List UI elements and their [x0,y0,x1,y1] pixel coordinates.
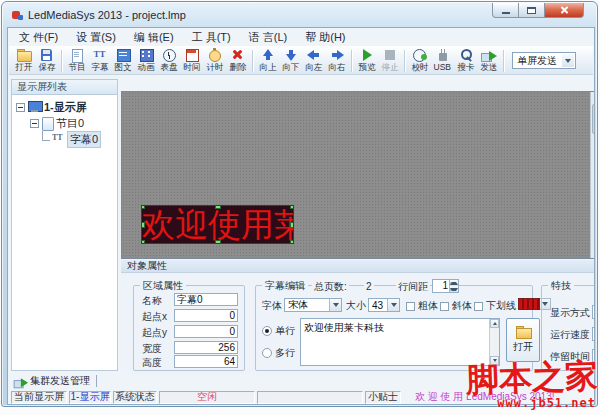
tree-item-program[interactable]: 节目0 [12,115,117,131]
tree-item-screen[interactable]: 1-显示屏 [12,99,117,115]
effects-group: 特技 显示方式 向左 运行速度 1(最 停留时间 [541,285,595,371]
toolbar-time-button[interactable]: 时间 [180,47,203,74]
menu-edit[interactable]: 编 辑(E) [125,30,183,45]
toolbar-animation-button[interactable]: 动画 [134,47,157,74]
led-display-box[interactable]: 欢迎使用莱卡科技 [141,205,294,244]
region-group-title: 区域属性 [140,280,186,291]
tt-subtitle-icon [52,134,65,144]
collapse-icon[interactable] [16,103,25,112]
toolbar-search-card-button[interactable]: 搜卡 [454,47,477,74]
resize-handle[interactable] [290,205,294,209]
toolbar-separator [351,50,352,72]
menu-tools[interactable]: 工 具(T) [183,30,240,45]
height-input[interactable] [174,355,238,368]
menu-file[interactable]: 文 件(F) [10,30,67,45]
page-icon [42,117,53,129]
single-line-label: 单行 [275,324,295,338]
underline-label: 下划线 [486,299,516,313]
usb-plug-icon [435,48,451,62]
subtitle-text-area[interactable]: 欢迎使用莱卡科技 [300,318,500,366]
play-icon [359,48,375,62]
run-speed-select[interactable]: 1(最 [592,327,595,341]
subtitle-text-value: 欢迎使用莱卡科技 [304,322,384,333]
underline-checkbox[interactable]: 下划线 [474,299,516,313]
canvas-vertical-scrollbar[interactable] [590,92,595,258]
screen-canvas[interactable]: 欢迎使用莱卡科技 [121,91,595,259]
width-label: 宽度 [142,342,162,355]
effects-group-title: 特技 [548,280,574,291]
toolbar-move-up-button[interactable]: 向上 [256,47,279,74]
toolbar-graphic-button[interactable]: 图文 [111,47,134,74]
menu-help[interactable]: 帮 助(H) [296,30,354,45]
cluster-send-tab[interactable]: 集群发送管理 [11,373,118,389]
send-mode-dropdown[interactable]: 单屏发送 [512,52,576,69]
tips-cell: 小贴士 [365,391,401,404]
subtitle-group-title: 字幕编辑 [262,280,308,291]
stay-time-input[interactable] [592,349,595,362]
scroll-up-icon[interactable] [490,319,499,328]
start-x-input[interactable] [174,309,238,322]
multi-line-radio[interactable]: 多行 [262,346,295,360]
textarea-scrollbar[interactable] [489,319,499,365]
checkbox-icon [406,302,415,311]
line-spacing-label: 行间距 [396,280,430,293]
spinner-down-button[interactable] [449,286,458,292]
radio-icon [262,348,272,358]
tree-item-subtitle[interactable]: 字幕0 [12,131,117,147]
display-tree: 1-显示屏 节目0 字幕0 [11,94,118,371]
width-input[interactable] [174,341,238,354]
collapse-icon[interactable] [30,119,39,128]
italic-checkbox[interactable]: 斜体 [440,299,472,313]
menu-language[interactable]: 语 言(L) [240,30,297,45]
name-label: 名称 [142,294,162,307]
display-mode-select[interactable]: 向左 [592,305,595,319]
save-floppy-icon [39,48,55,62]
resize-handle[interactable] [141,222,145,228]
single-line-radio[interactable]: 单行 [262,324,295,338]
open-file-label: 打开 [513,340,533,354]
menu-settings[interactable]: 设 置(S) [67,30,125,45]
toolbar-usb-button[interactable]: USB [431,47,454,74]
scroll-down-icon[interactable] [490,356,499,365]
toolbar-timer-button[interactable]: 计时 [203,47,226,74]
close-button[interactable] [544,3,584,18]
toolbar-move-left-button[interactable]: 向左 [302,47,325,74]
region-name-input[interactable] [174,293,238,306]
toolbar-save-button[interactable]: 保存 [35,47,58,74]
toolbar-delete-button[interactable]: 删除 [226,47,249,74]
minimize-button[interactable] [492,3,519,18]
toolbar-open-button[interactable]: 打开 [12,47,35,74]
color-swatch [518,298,540,310]
toolbar-preview-button[interactable]: 预览 [355,47,378,74]
chevron-down-icon [387,299,399,311]
resize-handle[interactable] [215,205,221,209]
chevron-down-icon [329,299,341,311]
font-select[interactable]: 宋体 [284,298,342,312]
toolbar-subtitle-button[interactable]: 字幕 [88,47,111,74]
toolbar-move-right-button[interactable]: 向右 [325,47,348,74]
maximize-button[interactable] [518,3,545,18]
resize-handle[interactable] [290,222,294,228]
program-page-icon [69,48,85,62]
toolbar-program-button[interactable]: 节目 [65,47,88,74]
toolbar-calibrate-time-button[interactable]: 校时 [408,47,431,74]
toolbar-dial-button[interactable]: 表盘 [157,47,180,74]
run-speed-label: 运行速度 [550,328,590,341]
start-y-input[interactable] [174,325,238,338]
size-select[interactable]: 43 [368,298,400,312]
toolbar-move-down-button[interactable]: 向下 [279,47,302,74]
arrow-down-icon [283,48,299,62]
bold-checkbox[interactable]: 粗体 [406,299,438,313]
client-area: 文 件(F) 设 置(S) 编 辑(E) 工 具(T) 语 言(L) 帮 助(H… [7,27,595,405]
system-status-value: 空闲 [159,391,255,404]
time-calendar-icon [184,48,200,62]
resize-handle[interactable] [141,205,145,209]
titlebar[interactable]: LedMediaSys 2013 - project.lmp [11,7,186,23]
tab-divider [96,375,97,387]
toolbar-send-button[interactable]: 发送 [477,47,500,74]
line-spacing-stepper[interactable]: 1 [432,279,459,293]
display-list-header: 显示屏列表 [11,79,118,94]
open-file-button[interactable]: 打开 [506,318,540,362]
menubar: 文 件(F) 设 置(S) 编 辑(E) 工 具(T) 语 言(L) 帮 助(H… [10,30,355,45]
scrollbar-thumb[interactable] [592,104,595,134]
